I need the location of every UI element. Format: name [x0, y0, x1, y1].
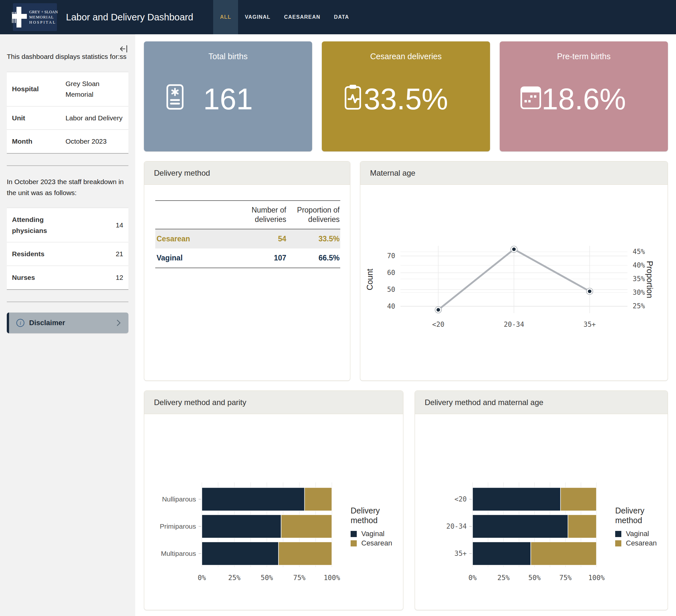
info-label: Month	[7, 130, 60, 153]
svg-text:50%: 50%	[261, 574, 273, 582]
app-title: Labor and Delivery Dashboard	[66, 12, 193, 23]
svg-text:25%: 25%	[228, 574, 241, 582]
hospital-logo: GREY + SLOAN MEMORIAL HOSPITAL	[13, 3, 57, 31]
logo-line2: MEMORIAL	[29, 14, 58, 20]
maternal-age-line-chart[interactable]: 25%30%35%40%45%40506070<2020-3435+CountP…	[360, 185, 668, 381]
staff-value: 12	[60, 266, 128, 289]
svg-text:Nulliparous: Nulliparous	[162, 495, 196, 503]
svg-text:75%: 75%	[293, 574, 306, 582]
svg-text:35+: 35+	[454, 550, 467, 557]
tab-data[interactable]: DATA	[327, 0, 356, 34]
divider	[7, 165, 128, 166]
value-box-title: Cesarean deliveries	[322, 52, 490, 61]
info-label: Hospital	[7, 72, 60, 106]
card-title: Delivery method and maternal age	[415, 391, 668, 414]
info-value: Labor and Delivery	[60, 106, 128, 130]
info-table: Hospital Grey Sloan Memorial Unit Labor …	[7, 72, 128, 154]
main-content: Total births 161 Cesarean deliveries	[135, 34, 676, 616]
svg-text:75%: 75%	[559, 574, 571, 582]
logo-line1: GREY + SLOAN	[29, 9, 58, 14]
card-title: Delivery method	[144, 161, 350, 185]
svg-text:Deliverymethod: Deliverymethod	[615, 506, 644, 525]
value-box-value: 33.5%	[322, 82, 490, 116]
table-row: Month October 2023	[7, 130, 128, 153]
disclaimer-label: Disclaimer	[29, 317, 115, 328]
value-box-value: 18.6%	[500, 82, 668, 116]
svg-text:35+: 35+	[583, 321, 596, 328]
svg-text:20-34: 20-34	[446, 522, 467, 530]
cross-icon	[12, 7, 27, 27]
delivery-parity-bar-chart[interactable]: NulliparousPrimiparousMultiparous0%25%50…	[144, 414, 403, 610]
staff-table: Attending physicians 14 Residents 21 Nur…	[7, 208, 128, 290]
svg-text:Primiparous: Primiparous	[160, 522, 196, 530]
staff-label: Nurses	[7, 266, 60, 289]
chevron-right-icon	[115, 319, 121, 327]
col-header: Proportion of deliveries	[287, 201, 340, 229]
table-row: Residents 21	[7, 242, 128, 266]
staff-value: 14	[60, 208, 128, 242]
value-box-title: Pre-term births	[500, 52, 668, 61]
table-row-cesarean: Cesarean 54 33.5%	[155, 229, 340, 248]
logo-line3: HOSPITAL	[29, 20, 58, 25]
info-icon: i	[16, 319, 24, 327]
value-box-cesarean: Cesarean deliveries 33.5%	[322, 41, 490, 152]
svg-text:70: 70	[387, 252, 395, 260]
table-row: Hospital Grey Sloan Memorial	[7, 72, 128, 106]
table-row: Unit Labor and Delivery	[7, 106, 128, 130]
svg-text:Proportion: Proportion	[645, 261, 654, 298]
info-value: October 2023	[60, 130, 128, 153]
table-row-vaginal: Vaginal 107 66.5%	[155, 248, 340, 268]
svg-text:40%: 40%	[633, 262, 645, 269]
svg-text:0%: 0%	[468, 574, 477, 582]
sidebar-collapse-icon[interactable]	[119, 44, 128, 57]
col-header: Number of deliveries	[233, 201, 287, 229]
delivery-age-card: Delivery method and maternal age <2020-3…	[415, 391, 668, 610]
svg-text:<20: <20	[432, 321, 444, 328]
card-title: Maternal age	[360, 161, 668, 185]
svg-text:60: 60	[387, 269, 395, 277]
svg-text:50: 50	[387, 286, 395, 293]
svg-text:100%: 100%	[588, 574, 605, 582]
dashboard-page: GREY + SLOAN MEMORIAL HOSPITAL Labor and…	[0, 0, 676, 616]
staff-intro: In October 2023 the staff breakdown in t…	[7, 176, 128, 198]
delivery-age-bar-chart[interactable]: <2020-3435+0%25%50%75%100%Deliverymethod…	[415, 414, 668, 610]
table-row: Attending physicians 14	[7, 208, 128, 242]
sidebar: This dashboard displays statistics for:s…	[0, 34, 135, 616]
tab-vaginal[interactable]: VAGINAL	[238, 0, 277, 34]
svg-text:0%: 0%	[198, 574, 206, 582]
svg-text:Cesarean: Cesarean	[361, 539, 392, 547]
nav-tabs: ALL VAGINAL CAESAREAN DATA	[213, 0, 356, 34]
svg-text:50%: 50%	[528, 574, 541, 582]
card-title: Delivery method and parity	[144, 391, 403, 414]
value-box-title: Total births	[144, 52, 312, 61]
sidebar-intro: This dashboard displays statistics for:s…	[7, 51, 128, 62]
svg-text:<20: <20	[454, 495, 467, 503]
maternal-age-card: Maternal age 25%30%35%40%45%40506070<202…	[360, 161, 668, 381]
tab-caesarean[interactable]: CAESAREAN	[277, 0, 327, 34]
svg-text:20-34: 20-34	[504, 321, 524, 328]
table-header-row: Number of deliveries Proportion of deliv…	[155, 201, 340, 229]
tab-all[interactable]: ALL	[213, 0, 238, 34]
svg-text:45%: 45%	[633, 248, 645, 256]
value-box-total-births: Total births 161	[144, 41, 312, 152]
svg-text:Deliverymethod: Deliverymethod	[351, 506, 380, 525]
divider	[7, 301, 128, 302]
table-row: Nurses 12	[7, 266, 128, 289]
delivery-method-table: Number of deliveries Proportion of deliv…	[155, 200, 340, 268]
svg-text:Multiparous: Multiparous	[161, 550, 196, 557]
svg-text:Count: Count	[365, 269, 374, 290]
staff-value: 21	[60, 242, 128, 266]
value-box-value: 161	[144, 82, 312, 116]
svg-text:25%: 25%	[498, 574, 510, 582]
value-box-preterm: Pre-term births 18.6%	[500, 41, 668, 152]
disclaimer-accordion-button[interactable]: i Disclaimer	[7, 313, 128, 333]
value-box-row: Total births 161 Cesarean deliveries	[144, 41, 668, 152]
navbar: GREY + SLOAN MEMORIAL HOSPITAL Labor and…	[0, 0, 676, 34]
svg-text:30%: 30%	[633, 289, 645, 296]
staff-label: Attending physicians	[7, 208, 60, 242]
svg-text:100%: 100%	[324, 574, 340, 582]
svg-text:40: 40	[387, 302, 395, 310]
svg-text:25%: 25%	[633, 302, 645, 310]
info-value: Grey Sloan Memorial	[60, 72, 128, 106]
staff-label: Residents	[7, 242, 60, 266]
